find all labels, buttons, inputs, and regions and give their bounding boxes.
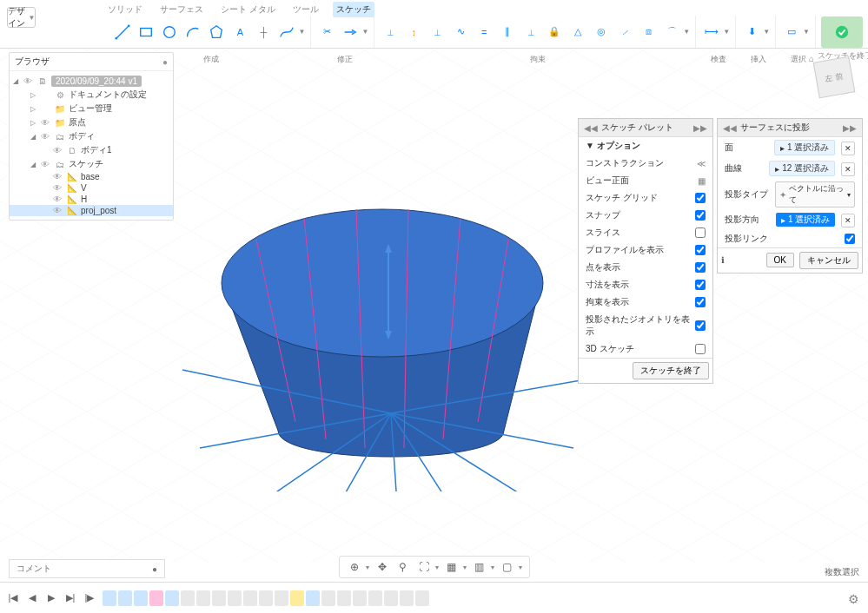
- viewports-icon[interactable]: ▢: [500, 559, 515, 575]
- chevron-down-icon[interactable]: ▼: [723, 28, 730, 36]
- fit-icon[interactable]: ⛶: [416, 559, 432, 575]
- expand-icon[interactable]: ◢: [30, 133, 38, 141]
- select-icon[interactable]: ▭: [781, 22, 802, 43]
- finish-sketch-button-2[interactable]: スケッチを終了: [633, 362, 709, 379]
- clear-projdir-button[interactable]: ✕: [841, 214, 855, 227]
- ok-button[interactable]: OK: [766, 253, 794, 267]
- expand-icon[interactable]: ▷: [30, 105, 38, 113]
- timeline-feature[interactable]: [103, 590, 116, 606]
- expand-icon[interactable]: ▶▶: [693, 123, 707, 133]
- timeline-feature[interactable]: [368, 590, 382, 606]
- timeline-feature[interactable]: [165, 590, 179, 606]
- expand-icon[interactable]: ◢: [13, 77, 21, 85]
- coincident-icon[interactable]: ⟂: [427, 22, 447, 43]
- expand-icon[interactable]: ◢: [30, 161, 38, 168]
- option-checkbox[interactable]: [695, 227, 706, 238]
- eye-icon[interactable]: 👁: [23, 76, 34, 86]
- timeline-feature[interactable]: [196, 590, 210, 606]
- viewcube-face[interactable]: 左 前: [813, 56, 856, 99]
- timeline-feature[interactable]: [259, 590, 273, 606]
- option-icon[interactable]: ▦: [698, 176, 706, 186]
- tangent-icon[interactable]: ∿: [450, 22, 471, 43]
- curvature-icon[interactable]: ⌒: [661, 22, 682, 43]
- option-checkbox[interactable]: [695, 344, 706, 354]
- option-checkbox[interactable]: [695, 193, 706, 203]
- eye-icon[interactable]: 👁: [53, 146, 63, 155]
- tree-root[interactable]: ◢ 👁 🗎 2020/09/09_20:44 v1: [10, 75, 173, 88]
- tree-row[interactable]: ◢👁🗂ボディ: [10, 129, 173, 143]
- scissors-icon[interactable]: ✂: [316, 22, 337, 43]
- comment-bar[interactable]: コメント ●: [9, 559, 165, 578]
- tree-row[interactable]: 👁📐base: [10, 171, 173, 182]
- design-dropdown[interactable]: デザイン ▼: [7, 7, 36, 28]
- expand-icon[interactable]: ▷: [30, 119, 38, 127]
- model-body[interactable]: [174, 170, 591, 491]
- timeline-feature[interactable]: [384, 590, 398, 606]
- arc-icon[interactable]: [182, 22, 203, 43]
- option-icon[interactable]: ≪: [697, 159, 706, 168]
- extend-icon[interactable]: [340, 22, 361, 43]
- chevron-down-icon[interactable]: ▼: [683, 28, 690, 36]
- lock-icon[interactable]: 🔒: [544, 22, 565, 43]
- timeline-prev-button[interactable]: ◀: [26, 592, 38, 604]
- collinear-icon[interactable]: ⟋: [614, 22, 635, 43]
- sketch-options-header[interactable]: ▼ オプション: [579, 137, 712, 155]
- polygon-icon[interactable]: [206, 22, 227, 43]
- sketch-palette-header[interactable]: ◀◀ スケッチ パレット ▶▶: [579, 119, 712, 137]
- timeline-feature[interactable]: [149, 590, 163, 606]
- tree-row[interactable]: 👁📐proj_post: [10, 205, 173, 216]
- zoom-icon[interactable]: ⚲: [395, 559, 411, 575]
- option-checkbox[interactable]: [695, 297, 706, 307]
- timeline-feature[interactable]: [275, 590, 288, 606]
- option-checkbox[interactable]: [695, 280, 706, 290]
- clear-curves-button[interactable]: ✕: [841, 162, 855, 176]
- timeline-feature[interactable]: [212, 590, 226, 606]
- eye-icon[interactable]: 👁: [53, 206, 63, 215]
- timeline-feature[interactable]: [118, 590, 132, 606]
- symmetry-icon[interactable]: ⧇: [638, 22, 659, 43]
- eye-icon[interactable]: 👁: [53, 194, 63, 204]
- measure-icon[interactable]: ⟼: [701, 22, 722, 43]
- point-icon[interactable]: ┼: [253, 22, 274, 43]
- text-icon[interactable]: A: [229, 22, 250, 43]
- timeline-feature[interactable]: [400, 590, 414, 606]
- info-icon[interactable]: ℹ: [721, 255, 761, 265]
- timeline-feature[interactable]: [290, 590, 304, 606]
- gear-icon[interactable]: ⚙: [848, 592, 859, 606]
- eye-icon[interactable]: 👁: [41, 132, 51, 142]
- timeline-start-button[interactable]: |◀: [7, 592, 19, 604]
- line-icon[interactable]: [112, 22, 133, 43]
- finish-sketch-button[interactable]: [821, 16, 863, 48]
- timeline-feature[interactable]: [134, 590, 148, 606]
- tree-row[interactable]: ▷📁ビュー管理: [10, 102, 173, 115]
- option-checkbox[interactable]: [695, 245, 706, 255]
- horizontal-icon[interactable]: ⟂: [380, 22, 401, 43]
- timeline-play-button[interactable]: ▶: [45, 592, 57, 604]
- tree-row[interactable]: 👁📐V: [10, 182, 173, 194]
- eye-icon[interactable]: 👁: [53, 183, 63, 193]
- equal-icon[interactable]: =: [474, 22, 494, 43]
- timeline-end-button[interactable]: |▶: [83, 592, 96, 604]
- expand-icon[interactable]: ▶▶: [843, 123, 857, 133]
- option-checkbox[interactable]: [695, 262, 706, 273]
- perpendicular-icon[interactable]: ⟂: [520, 22, 541, 43]
- eye-icon[interactable]: 👁: [41, 160, 51, 169]
- cancel-button[interactable]: キャンセル: [799, 252, 858, 269]
- spline-icon[interactable]: [276, 22, 297, 43]
- collapse-icon[interactable]: ◀◀: [584, 123, 598, 133]
- vertical-icon[interactable]: ↕: [403, 22, 424, 43]
- browser-header[interactable]: ブラウザ ●: [10, 53, 173, 71]
- eye-icon[interactable]: 👁: [41, 118, 51, 128]
- projdir-selection-chip[interactable]: ▸ 1 選択済み: [776, 213, 835, 227]
- insert-icon[interactable]: ⬇︎: [741, 22, 762, 43]
- pan-icon[interactable]: ✥: [374, 559, 390, 575]
- projlink-checkbox[interactable]: [845, 234, 855, 244]
- display-icon[interactable]: ▦: [444, 559, 460, 575]
- grid-icon[interactable]: ▥: [472, 559, 487, 575]
- expand-icon[interactable]: ▷: [30, 91, 38, 99]
- chevron-down-icon[interactable]: ▼: [298, 28, 305, 36]
- chevron-down-icon[interactable]: ▼: [763, 28, 770, 36]
- tree-row[interactable]: 👁📐H: [10, 194, 173, 205]
- face-selection-chip[interactable]: ▸ 1 選択済み: [774, 140, 835, 155]
- tree-row[interactable]: ▷⚙ドキュメントの設定: [10, 88, 173, 102]
